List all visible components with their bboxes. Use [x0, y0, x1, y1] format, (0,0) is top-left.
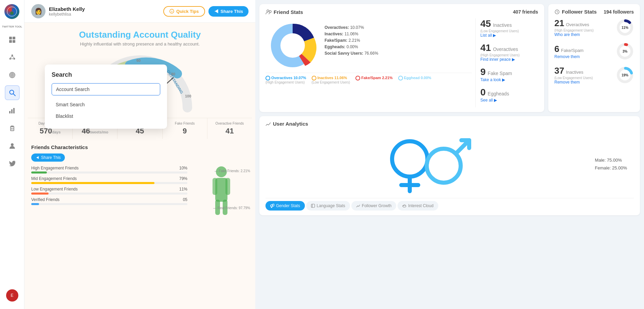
account-handle: kellybethlisa — [49, 12, 85, 17]
friend-stats-body: Overactives: 10.07% Inactives: 11.06% Fa… — [265, 18, 538, 107]
remove-them-link-1[interactable]: Remove them — [554, 54, 584, 59]
mini-donut-fakespam: 3% — [616, 42, 634, 60]
svg-rect-21 — [13, 108, 15, 113]
friend-stats-sidebar: 45 Inactives (Low Engagement Users) List… — [475, 18, 538, 107]
svg-point-46 — [280, 33, 305, 58]
pie-bottom-stats: Overactives 10.07% (High Engagement User… — [265, 73, 472, 84]
sidebar-item-person[interactable] — [5, 138, 20, 153]
svg-rect-19 — [9, 111, 11, 113]
svg-point-2 — [12, 8, 15, 12]
left-panel: 👩 Elizabeth Kelly kellybethlisa ? Quick … — [24, 0, 255, 309]
tab-gender-stats[interactable]: Gender Stats — [265, 201, 305, 211]
search-title: Search — [52, 71, 160, 78]
follower-overactives-row: 21 Overactives (High Engagement Users) W… — [554, 18, 634, 37]
svg-text:100: 100 — [185, 94, 191, 98]
follower-total: 194 followers — [604, 9, 634, 15]
sidebar-item-chart[interactable] — [5, 103, 20, 118]
svg-rect-70 — [311, 204, 315, 207]
svg-line-18 — [13, 94, 15, 96]
svg-rect-39 — [213, 178, 217, 195]
mini-donut-inactives: 19% — [616, 66, 634, 84]
svg-point-1 — [8, 8, 12, 12]
sidebar-item-twitter[interactable] — [5, 156, 20, 171]
quality-subtitle: Highly influential with strong presence … — [31, 41, 249, 47]
svg-point-72 — [403, 205, 406, 207]
svg-rect-40 — [225, 178, 230, 195]
bar-section: High Engagement Friends10% Mid Engagemen… — [31, 166, 187, 217]
sidebar-item-target[interactable] — [5, 68, 20, 83]
sidebar-item-dashboard[interactable] — [5, 32, 20, 47]
friends-section: Friends Characteristics Share This High … — [24, 139, 255, 222]
svg-point-44 — [269, 11, 271, 13]
friend-stats-header: Friend Stats 407 friends — [265, 9, 538, 15]
svg-point-43 — [267, 10, 269, 12]
sidebar-item-network[interactable] — [5, 50, 20, 65]
svg-point-8 — [11, 55, 13, 56]
svg-point-25 — [11, 143, 14, 146]
fstat-fakespam: 9 Fake Spam Take a look ▶ — [480, 67, 538, 82]
header-share-button[interactable]: Share This — [208, 6, 249, 17]
svg-point-49 — [356, 76, 360, 80]
friends-share-button[interactable]: Share This — [31, 153, 65, 162]
quality-title: Outstanding Account Quality — [31, 30, 249, 40]
stat-overactive: Overactive Friends 41 — [207, 118, 252, 139]
quick-tips-button[interactable]: ? Quick Tips — [163, 6, 205, 17]
see-all-link[interactable]: See all ▶ — [480, 98, 538, 103]
find-inner-peace-link[interactable]: Find inner peace ▶ — [480, 57, 538, 62]
stat-fake: Fake Friends 9 — [163, 118, 207, 139]
svg-point-58 — [392, 141, 427, 177]
analytics-body: Male: 75.00% Female: 25.00% — [265, 130, 634, 198]
sidebar: TWITTER TOOL E — [0, 0, 24, 309]
follower-fakespam-row: 6 Fake/Spam Remove them 3% — [554, 42, 634, 60]
tab-follower-growth[interactable]: Follower Growth — [351, 201, 396, 211]
quality-section: Outstanding Account Quality Highly influ… — [24, 23, 255, 50]
remove-them-link-2[interactable]: Remove them — [554, 80, 593, 85]
svg-rect-7 — [13, 40, 15, 43]
app-logo — [4, 4, 19, 19]
svg-rect-20 — [11, 109, 13, 113]
male-pct: Male: 75.00% — [595, 158, 627, 163]
follower-stats-header: Follower Stats 194 followers — [554, 9, 634, 15]
search-menu-blacklist[interactable]: Blacklist — [52, 110, 160, 122]
user-analytics-card: User Analytics — [259, 116, 640, 215]
svg-line-11 — [10, 56, 12, 58]
search-menu-smart[interactable]: Smart Search — [52, 99, 160, 110]
svg-point-16 — [12, 74, 13, 76]
fstat-overactives: 41 Overactives (High Engagement Users) F… — [480, 42, 538, 62]
search-overlay: Search Smart Search Blacklist — [45, 65, 167, 129]
tab-interest-cloud[interactable]: Interest Cloud — [398, 201, 438, 211]
follower-inactives-row: 37 Inactives (Low Engagement Users) Remo… — [554, 66, 634, 85]
top-row: Friend Stats 407 friends — [259, 4, 640, 112]
sidebar-item-search[interactable] — [5, 85, 20, 100]
bar-low-engagement: Low Engagement Friends11% — [31, 187, 187, 195]
friend-stats-total: 407 friends — [513, 9, 538, 15]
account-search-input[interactable] — [52, 83, 160, 95]
follower-stats-title: Follower Stats — [554, 9, 597, 15]
analytics-tabs: Gender Stats Language Stats Follower Gro… — [265, 198, 634, 211]
fstat-inactives: 45 Inactives (Low Engagement Users) List… — [480, 18, 538, 38]
pie-chart — [265, 18, 320, 73]
sidebar-item-trash[interactable] — [5, 121, 20, 135]
user-avatar[interactable]: E — [6, 289, 18, 302]
pie-legend: Overactives: 10.07% Inactives: 11.06% Fa… — [325, 18, 378, 57]
female-pct: Female: 25.00% — [595, 165, 627, 170]
mini-donut-overactives: 11% — [616, 19, 634, 36]
tab-language-stats[interactable]: Language Stats — [306, 201, 350, 211]
friends-title: Friends Characteristics — [31, 144, 249, 150]
account-name: Elizabeth Kelly — [49, 6, 85, 12]
account-header: 👩 Elizabeth Kelly kellybethlisa ? Quick … — [24, 0, 255, 23]
pie-area: Overactives: 10.07% Inactives: 11.06% Fa… — [265, 18, 472, 107]
friend-stats-title: Friend Stats — [265, 9, 303, 15]
svg-text:60: 60 — [136, 58, 141, 62]
figure-area: — Fake Friends: 2.21% — Real Friends: 97… — [194, 166, 249, 217]
who-are-them-link[interactable]: Who are them — [554, 32, 594, 37]
right-panel: Friend Stats 407 friends — [255, 0, 644, 309]
take-a-look-link[interactable]: Take a look ▶ — [480, 77, 538, 82]
account-info: 👩 Elizabeth Kelly kellybethlisa — [31, 4, 85, 18]
svg-rect-22 — [11, 127, 14, 131]
bar-high-engagement: High Engagement Friends10% — [31, 166, 187, 174]
svg-rect-6 — [9, 40, 12, 43]
list-all-link[interactable]: List all ▶ — [480, 33, 538, 38]
svg-rect-4 — [9, 37, 12, 39]
user-analytics-title: User Analytics — [265, 121, 308, 127]
